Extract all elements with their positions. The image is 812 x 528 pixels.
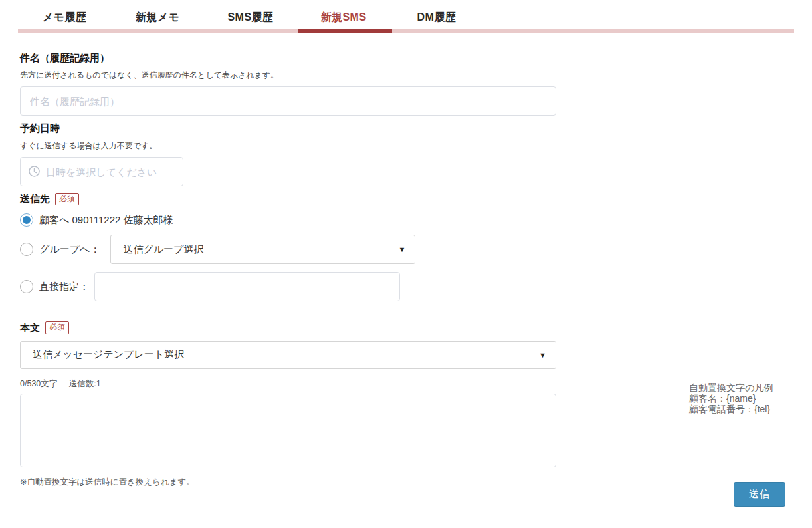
schedule-help-text: すぐに送信する場合は入力不要です。 bbox=[20, 140, 556, 152]
radio-group[interactable] bbox=[20, 243, 33, 256]
replacement-note: ※自動置換文字は送信時に置き換えられます。 bbox=[20, 477, 556, 488]
tab-bar: メモ履歴 新規メモ SMS履歴 新規SMS DM履歴 bbox=[0, 0, 812, 33]
template-select[interactable]: 送信メッセージテンプレート選択 ▼ bbox=[20, 341, 556, 369]
subject-label: 件名（履歴記録用） bbox=[20, 52, 556, 65]
body-label-text: 本文 bbox=[20, 322, 40, 334]
message-body-textarea[interactable] bbox=[20, 394, 556, 467]
template-select-value: 送信メッセージテンプレート選択 bbox=[33, 348, 184, 361]
schedule-label: 予約日時 bbox=[20, 122, 556, 135]
legend-name-token: 顧客名：{name} bbox=[689, 393, 789, 404]
tab-new-memo[interactable]: 新規メモ bbox=[111, 11, 204, 25]
radio-customer[interactable] bbox=[20, 213, 33, 227]
recipient-group-row: グループへ： 送信グループ選択 ▼ bbox=[20, 235, 556, 264]
subject-input[interactable] bbox=[20, 86, 556, 116]
radio-group-label[interactable]: グループへ： bbox=[39, 243, 100, 256]
body-label: 本文 必須 bbox=[20, 321, 556, 334]
tab-memo-history[interactable]: メモ履歴 bbox=[18, 11, 111, 25]
counter-row: 0/530文字 送信数:1 bbox=[20, 378, 556, 390]
tab-active-underline bbox=[298, 29, 392, 33]
subject-help-text: 先方に送付されるものではなく、送信履歴の件名として表示されます。 bbox=[20, 70, 556, 81]
sms-form: 件名（履歴記録用） 先方に送付されるものではなく、送信履歴の件名として表示されま… bbox=[20, 52, 556, 488]
legend-title: 自動置換文字の凡例 bbox=[689, 382, 789, 393]
direct-number-input[interactable] bbox=[94, 272, 400, 301]
required-badge: 必須 bbox=[55, 193, 79, 205]
radio-direct[interactable] bbox=[20, 280, 33, 293]
recipient-label-text: 送信先 bbox=[20, 193, 50, 205]
recipient-customer-row: 顧客へ 090111222 佐藤太郎様 bbox=[20, 213, 556, 227]
tab-dm-history[interactable]: DM履歴 bbox=[390, 11, 483, 25]
radio-direct-label[interactable]: 直接指定： bbox=[39, 281, 89, 293]
legend-tel-token: 顧客電話番号：{tel} bbox=[689, 404, 789, 414]
send-button[interactable]: 送信 bbox=[734, 482, 785, 507]
auto-replacement-legend: 自動置換文字の凡例 顧客名：{name} 顧客電話番号：{tel} bbox=[689, 382, 789, 414]
send-count: 送信数:1 bbox=[69, 379, 101, 388]
datetime-picker-input[interactable] bbox=[20, 157, 183, 186]
tab-sms-history[interactable]: SMS履歴 bbox=[204, 11, 297, 25]
dropdown-arrow-icon: ▼ bbox=[399, 245, 406, 253]
group-select[interactable]: 送信グループ選択 ▼ bbox=[110, 235, 415, 264]
radio-customer-label[interactable]: 顧客へ 090111222 佐藤太郎様 bbox=[39, 214, 173, 227]
recipient-direct-row: 直接指定： bbox=[20, 272, 556, 301]
required-badge: 必須 bbox=[45, 321, 69, 334]
group-select-value: 送信グループ選択 bbox=[123, 243, 203, 256]
tab-new-sms[interactable]: 新規SMS bbox=[297, 11, 390, 25]
recipient-label: 送信先 必須 bbox=[20, 193, 556, 205]
dropdown-arrow-icon: ▼ bbox=[539, 351, 546, 359]
tab-underline bbox=[18, 29, 794, 33]
clock-icon bbox=[29, 166, 40, 177]
char-counter: 0/530文字 bbox=[20, 379, 57, 388]
